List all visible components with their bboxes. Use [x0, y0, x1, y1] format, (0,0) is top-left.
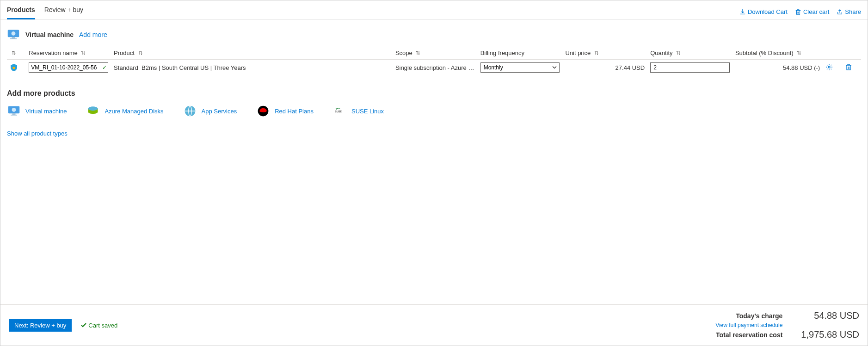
col-product[interactable]: Product [111, 47, 393, 60]
col-scope[interactable]: Scope [393, 47, 478, 60]
col-subtotal[interactable]: Subtotal (% Discount) [733, 47, 823, 60]
download-cart-button[interactable]: Download Cart [739, 8, 788, 15]
vm-icon [7, 28, 20, 41]
billing-frequency-select[interactable] [480, 62, 560, 73]
red-hat-icon [256, 104, 270, 118]
trash-icon [845, 63, 852, 71]
suse-icon: openSUSE [333, 104, 347, 118]
download-cart-label: Download Cart [748, 8, 788, 15]
delete-button[interactable] [845, 63, 852, 71]
svg-rect-7 [11, 115, 17, 116]
scope-cell: Single subscription - Azure P... [393, 60, 478, 76]
product-app-services[interactable]: App Services [183, 104, 237, 118]
col-name-label: Reservation name [29, 49, 78, 56]
top-actions: Download Cart Clear cart Share [739, 8, 861, 15]
col-unit-price[interactable]: Unit price [562, 47, 647, 60]
col-billing-frequency: Billing frequency [478, 47, 563, 60]
share-icon [837, 9, 843, 15]
sort-icon [12, 49, 16, 56]
section-title: Virtual machine [25, 31, 74, 38]
table-row: ✓ Standard_B2ms | South Central US | Thr… [7, 60, 861, 76]
col-freq-label: Billing frequency [480, 49, 524, 56]
svg-rect-6 [12, 113, 16, 115]
product-label: App Services [202, 108, 237, 115]
cart-saved-label: Cart saved [88, 322, 117, 329]
svg-point-8 [12, 108, 16, 112]
product-suse-linux[interactable]: openSUSE SUSE Linux [333, 104, 384, 118]
todays-charge-label: Today's charge [715, 312, 782, 320]
col-product-label: Product [114, 49, 135, 56]
col-scope-label: Scope [395, 49, 412, 56]
col-subtotal-label: Subtotal (% Discount) [735, 49, 794, 56]
col-reservation-name[interactable]: Reservation name [26, 47, 111, 60]
download-icon [739, 9, 746, 15]
reservations-table: Reservation name Product Scope Billing f… [7, 47, 861, 75]
total-reservation-cost-label: Total reservation cost [715, 331, 782, 339]
product-type-list: Virtual machine Azure Managed Disks App … [7, 104, 861, 118]
svg-rect-1 [12, 37, 15, 38]
vm-icon [7, 104, 21, 118]
footer-bar: Next: Review + buy Cart saved Today's ch… [0, 304, 868, 346]
settings-button[interactable] [825, 63, 833, 71]
reservation-name-input[interactable] [29, 62, 108, 73]
tab-review-buy[interactable]: Review + buy [44, 4, 83, 19]
product-virtual-machine[interactable]: Virtual machine [7, 104, 67, 118]
product-label: Virtual machine [25, 108, 67, 115]
sort-icon [594, 49, 599, 56]
app-services-icon [183, 104, 197, 118]
product-cell: Standard_B2ms | South Central US | Three… [111, 60, 393, 76]
view-payment-schedule-link[interactable]: View full payment schedule [715, 322, 782, 328]
totals: Today's charge 54.88 USD View full payme… [715, 310, 859, 340]
sort-icon [81, 49, 86, 56]
next-review-buy-button[interactable]: Next: Review + buy [9, 319, 72, 332]
svg-point-4 [828, 66, 830, 68]
svg-text:SUSE: SUSE [335, 110, 342, 113]
product-label: SUSE Linux [351, 108, 384, 115]
tabs: Products Review + buy [7, 4, 83, 19]
shield-cart-icon [10, 63, 18, 72]
check-icon: ✓ [102, 64, 107, 71]
product-managed-disks[interactable]: Azure Managed Disks [86, 104, 163, 118]
section-header: Virtual machine Add more [7, 28, 861, 41]
show-all-product-types-link[interactable]: Show all product types [7, 130, 68, 137]
tab-products[interactable]: Products [7, 4, 35, 19]
clear-cart-label: Clear cart [803, 8, 829, 15]
total-reservation-cost-value: 1,975.68 USD [801, 329, 859, 340]
gear-icon [825, 63, 833, 71]
content-area: Virtual machine Add more Reservation nam… [0, 20, 868, 304]
col-unit-label: Unit price [565, 49, 591, 56]
trash-icon [795, 9, 801, 15]
svg-point-10 [88, 106, 98, 111]
product-label: Red Hat Plans [275, 108, 314, 115]
sort-icon [416, 49, 420, 56]
product-label: Azure Managed Disks [105, 108, 163, 115]
svg-rect-2 [10, 38, 17, 39]
col-reorder[interactable] [7, 47, 26, 60]
clear-cart-button[interactable]: Clear cart [795, 8, 829, 15]
todays-charge-value: 54.88 USD [801, 310, 859, 321]
sort-icon [676, 49, 681, 56]
cart-saved-status: Cart saved [81, 322, 117, 329]
quantity-input[interactable] [650, 62, 730, 73]
share-label: Share [845, 8, 861, 15]
product-red-hat[interactable]: Red Hat Plans [256, 104, 314, 118]
share-button[interactable]: Share [837, 8, 861, 15]
table-header-row: Reservation name Product Scope Billing f… [7, 47, 861, 60]
unit-price-cell: 27.44 USD [562, 60, 647, 76]
check-icon [81, 322, 86, 328]
col-qty-label: Quantity [650, 49, 672, 56]
disks-icon [86, 104, 100, 118]
svg-point-3 [12, 31, 16, 36]
add-more-link[interactable]: Add more [79, 31, 107, 38]
col-quantity[interactable]: Quantity [647, 47, 733, 60]
subtotal-cell: 54.88 USD (-) [733, 60, 823, 76]
top-bar: Products Review + buy Download Cart Clea… [0, 0, 868, 20]
svg-text:open: open [335, 107, 340, 110]
add-more-products-title: Add more products [7, 89, 861, 98]
sort-icon [797, 49, 801, 56]
sort-icon [138, 49, 143, 56]
